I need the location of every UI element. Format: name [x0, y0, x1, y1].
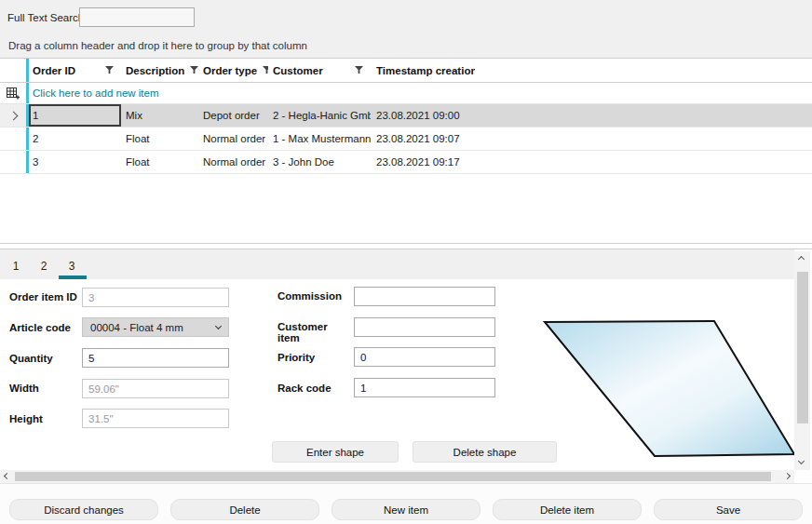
- filter-icon[interactable]: [105, 66, 114, 74]
- grid-cell-filler: [475, 104, 812, 127]
- save-button[interactable]: Save: [654, 499, 803, 520]
- article-code-label: Article code: [9, 322, 79, 333]
- grid-cell-timestamp[interactable]: 23.08.2021 09:00: [371, 104, 475, 127]
- rack-code-label: Rack code: [277, 383, 350, 394]
- grid-cell-order-id[interactable]: 2: [26, 128, 121, 150]
- table-row[interactable]: 2 Float Normal order 1 - Max Mustermann …: [0, 128, 812, 151]
- new-item-button[interactable]: New item: [332, 499, 480, 520]
- discard-changes-button[interactable]: Discard changes: [9, 499, 158, 520]
- full-text-search-label: Full Text Search: [7, 12, 84, 23]
- column-header-label: Timestamp creation: [376, 65, 475, 76]
- quantity-field[interactable]: [82, 348, 229, 368]
- vertical-scrollbar-thumb[interactable]: [797, 272, 808, 423]
- add-row-icon: [0, 83, 26, 103]
- grid-cell-description[interactable]: Float: [121, 128, 198, 150]
- delete-button[interactable]: Delete: [170, 499, 319, 520]
- grid-cell-description[interactable]: Mix: [121, 104, 198, 127]
- commission-field[interactable]: [354, 287, 495, 306]
- column-header-label: Customer: [273, 65, 323, 76]
- grid-header-row: Order ID Description Order type Customer…: [0, 59, 812, 83]
- add-new-item-link[interactable]: Click here to add new item: [33, 87, 159, 99]
- column-header-timestamp-creation[interactable]: Timestamp creation: [371, 59, 475, 82]
- height-label: Height: [9, 413, 79, 424]
- column-header-label: Order ID: [33, 65, 75, 76]
- order-item-id-label: Order item ID: [9, 291, 79, 302]
- horizontal-scrollbar-thumb[interactable]: [15, 472, 771, 481]
- height-field[interactable]: [82, 409, 229, 428]
- tab-1[interactable]: 1: [2, 257, 30, 275]
- grid-header-filler: [475, 59, 812, 82]
- grid-cell-filler: [475, 151, 812, 173]
- active-tab-underline: [59, 275, 87, 279]
- grid-cell-customer[interactable]: 1 - Max Mustermann: [268, 128, 371, 150]
- column-header-customer[interactable]: Customer: [268, 59, 371, 82]
- rack-code-field[interactable]: [354, 378, 495, 397]
- customer-item-field[interactable]: [354, 317, 495, 337]
- row-gutter: [0, 151, 26, 173]
- column-header-label: Order type: [203, 65, 257, 76]
- delete-item-button[interactable]: Delete item: [493, 499, 642, 520]
- table-row[interactable]: 1 Mix Depot order 2 - Hegla-Hanic GmbH 2…: [0, 104, 812, 128]
- filter-icon[interactable]: [190, 66, 198, 74]
- grid-cell-description[interactable]: Float: [121, 151, 198, 173]
- current-row-indicator: [0, 104, 26, 127]
- group-by-drop-zone[interactable]: Drag a column header and drop it here to…: [8, 40, 307, 51]
- grid-cell-order-id[interactable]: 1: [26, 104, 121, 127]
- column-header-description[interactable]: Description: [121, 59, 198, 82]
- add-new-item-row[interactable]: Click here to add new item: [0, 83, 812, 104]
- quantity-label: Quantity: [9, 353, 79, 364]
- priority-label: Priority: [277, 352, 350, 363]
- grid-cell-timestamp[interactable]: 23.08.2021 09:17: [371, 151, 475, 173]
- grid-cell-order-type[interactable]: Depot order: [198, 104, 268, 127]
- width-field[interactable]: [82, 379, 229, 398]
- grid-cell-filler: [475, 128, 812, 150]
- grid-cell-order-id[interactable]: 3: [26, 151, 121, 173]
- grid-header-gutter: [0, 59, 26, 82]
- width-label: Width: [9, 383, 79, 394]
- grid-cell-customer[interactable]: 2 - Hegla-Hanic GmbH: [268, 104, 371, 127]
- table-row[interactable]: 3 Float Normal order 3 - John Doe 23.08.…: [0, 151, 812, 174]
- glass-shape-preview: [540, 312, 801, 461]
- search-bar: Full Text Search Drag a column header an…: [0, 0, 812, 58]
- full-text-search-input[interactable]: [79, 7, 195, 27]
- column-header-label: Description: [126, 65, 184, 76]
- column-header-order-type[interactable]: Order type: [198, 59, 268, 82]
- priority-field[interactable]: [354, 347, 495, 367]
- add-new-item-link-cell[interactable]: Click here to add new item: [26, 83, 812, 103]
- article-code-selected-value: 00004 - Float 4 mm: [90, 322, 183, 333]
- order-item-id-field[interactable]: [82, 288, 229, 307]
- customer-item-label: Customer item: [277, 321, 350, 343]
- commission-label: Commission: [277, 290, 350, 302]
- article-code-dropdown[interactable]: 00004 - Float 4 mm: [82, 317, 229, 337]
- grid-cell-customer[interactable]: 3 - John Doe: [268, 151, 371, 173]
- grid-cell-order-type[interactable]: Normal order: [198, 151, 268, 173]
- orders-grid: Order ID Description Order type Customer…: [0, 58, 812, 244]
- delete-shape-button[interactable]: Delete shape: [413, 441, 557, 463]
- chevron-down-icon: [215, 322, 222, 329]
- enter-shape-button[interactable]: Enter shape: [272, 441, 399, 463]
- column-header-order-id[interactable]: Order ID: [26, 59, 121, 82]
- grid-cell-timestamp[interactable]: 23.08.2021 09:07: [371, 128, 475, 150]
- tab-3[interactable]: 3: [58, 257, 86, 275]
- item-tabs: [0, 249, 794, 279]
- grid-cell-order-type[interactable]: Normal order: [198, 128, 268, 150]
- current-row-icon: [8, 111, 18, 120]
- tab-2[interactable]: 2: [30, 257, 58, 275]
- row-gutter: [0, 128, 26, 150]
- filter-icon[interactable]: [355, 66, 363, 74]
